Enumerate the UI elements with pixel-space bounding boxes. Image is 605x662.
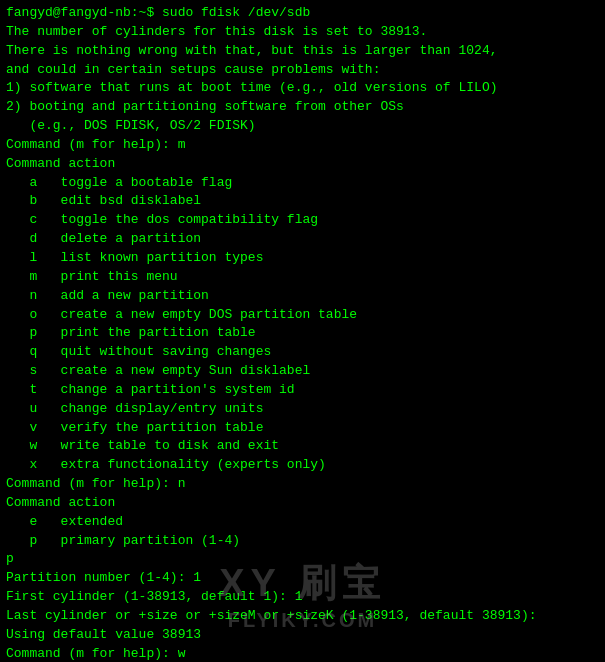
terminal-window: fangyd@fangyd-nb:~$ sudo fdisk /dev/sdbT… — [0, 0, 605, 662]
terminal-line: Command action — [6, 155, 599, 174]
terminal-line: d delete a partition — [6, 230, 599, 249]
terminal-line: b edit bsd disklabel — [6, 192, 599, 211]
terminal-line: q quit without saving changes — [6, 343, 599, 362]
terminal-line: u change display/entry units — [6, 400, 599, 419]
terminal-line: o create a new empty DOS partition table — [6, 306, 599, 325]
terminal-line: e extended — [6, 513, 599, 532]
terminal-line: First cylinder (1-38913, default 1): 1 — [6, 588, 599, 607]
terminal-line: (e.g., DOS FDISK, OS/2 FDISK) — [6, 117, 599, 136]
terminal-line: The number of cylinders for this disk is… — [6, 23, 599, 42]
terminal-line: 1) software that runs at boot time (e.g.… — [6, 79, 599, 98]
terminal-line: v verify the partition table — [6, 419, 599, 438]
terminal-line: Command action — [6, 494, 599, 513]
terminal-line: Last cylinder or +size or +sizeM or +siz… — [6, 607, 599, 626]
terminal-line: Command (m for help): m — [6, 136, 599, 155]
terminal-line: p — [6, 550, 599, 569]
terminal-line: t change a partition's system id — [6, 381, 599, 400]
terminal-line: p primary partition (1-4) — [6, 532, 599, 551]
terminal-line: and could in certain setups cause proble… — [6, 61, 599, 80]
terminal-line: Partition number (1-4): 1 — [6, 569, 599, 588]
terminal-line: l list known partition types — [6, 249, 599, 268]
terminal-line: Command (m for help): w — [6, 645, 599, 662]
terminal-output: fangyd@fangyd-nb:~$ sudo fdisk /dev/sdbT… — [6, 4, 599, 662]
terminal-line: p print the partition table — [6, 324, 599, 343]
terminal-line: 2) booting and partitioning software fro… — [6, 98, 599, 117]
terminal-line: w write table to disk and exit — [6, 437, 599, 456]
terminal-line: s create a new empty Sun disklabel — [6, 362, 599, 381]
terminal-line: m print this menu — [6, 268, 599, 287]
terminal-line: x extra functionality (experts only) — [6, 456, 599, 475]
terminal-line: There is nothing wrong with that, but th… — [6, 42, 599, 61]
terminal-line: Using default value 38913 — [6, 626, 599, 645]
terminal-line: fangyd@fangyd-nb:~$ sudo fdisk /dev/sdb — [6, 4, 599, 23]
terminal-line: a toggle a bootable flag — [6, 174, 599, 193]
terminal-line: Command (m for help): n — [6, 475, 599, 494]
terminal-line: c toggle the dos compatibility flag — [6, 211, 599, 230]
terminal-line: n add a new partition — [6, 287, 599, 306]
